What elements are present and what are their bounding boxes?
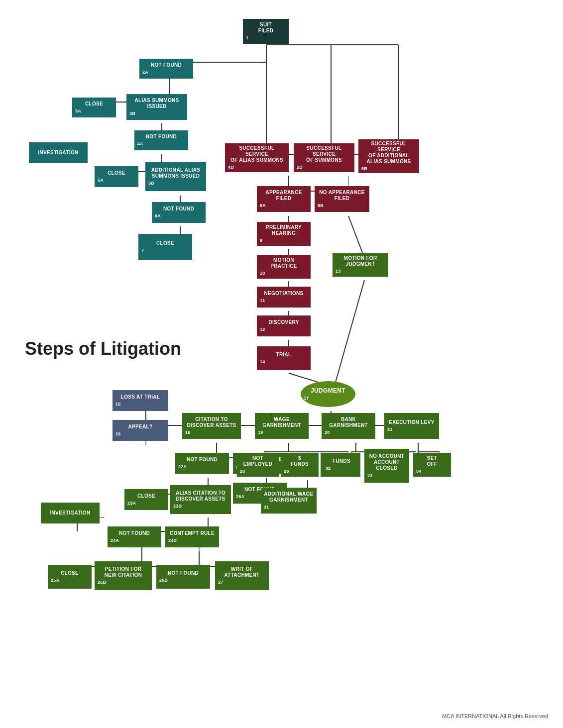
node-label-n3b: ALIAS SUMMONS ISSUED (135, 98, 179, 109)
node-n5a: CLOSE5A (95, 166, 138, 187)
node-num-n5b: 5B (148, 181, 154, 186)
node-n18: CITATION TO DISCOVER ASSETS18 (182, 413, 241, 439)
node-n23b: ALIAS CITATION TO DISCOVER ASSETS23B (170, 485, 231, 514)
node-label-n24b: CONTEMPT RULE (170, 530, 215, 536)
footer: MCA INTERNATIONAL All Rights Reserved (442, 713, 548, 719)
node-label-n24a: NOT FOUND (119, 530, 150, 536)
node-inv1: INVESTIGATION (29, 142, 88, 163)
node-label-n21: EXECUTION LEVY (389, 419, 434, 425)
node-n28: NOT EMPLOYED28 (237, 453, 279, 477)
node-num-n24b: 24B (168, 538, 177, 543)
node-label-n22a: NOT FOUND (187, 457, 218, 463)
node-num-n13: 13 (336, 269, 341, 274)
node-num-n25a: 25A (51, 578, 59, 583)
node-n11: NEGOTIATIONS11 (257, 287, 311, 308)
node-num-n20: 20 (325, 430, 330, 435)
node-n20: BANK GARNISHMENT20 (322, 413, 375, 439)
node-num-n1: 1 (246, 35, 248, 41)
node-n15: LOSS AT TRIAL15 (113, 390, 168, 411)
node-label-n6a: NOT FOUND (163, 206, 194, 212)
node-label-n5a: CLOSE (108, 170, 125, 176)
node-n1: SUIT FILED1 (243, 19, 289, 44)
node-n4a: NOT FOUND4A (134, 130, 188, 150)
node-n6b: SUCCESSFUL SERVICE OF ADDITIONAL ALIAS S… (358, 139, 419, 173)
node-n14: TRIAL14 (257, 346, 311, 370)
node-num-n33: 33 (367, 473, 373, 478)
node-inv2: INVESTIGATION (41, 503, 100, 523)
node-num-n31: 31 (264, 505, 269, 510)
node-num-n23b: 23B (173, 504, 182, 509)
node-label-n31: ADDITIONAL WAGE GARNISHMENT (264, 491, 313, 503)
node-label-n8a: APPEARANCE FILED (265, 190, 302, 202)
node-num-n5a: 5A (98, 178, 104, 183)
node-n10: MOTION PRACTICE10 (257, 255, 311, 279)
node-n12: DISCOVERY12 (257, 315, 311, 336)
node-label-n23b: ALIAS CITATION TO DISCOVER ASSETS (176, 490, 225, 502)
node-label-n15: LOSS AT TRIAL (121, 394, 160, 400)
node-label-n12: DISCOVERY (268, 319, 299, 325)
node-label-n27: WRIT OF ATTACHMENT (225, 566, 260, 578)
node-label-n14: TRIAL (276, 352, 292, 358)
node-n19: WAGE GARNISHMENT19 (255, 413, 309, 439)
node-num-n7: 7 (141, 248, 144, 253)
node-num-n10: 10 (260, 271, 265, 276)
node-n23a: CLOSE23A (124, 489, 168, 510)
node-n17: JUDGMENT17 (301, 381, 355, 407)
node-label-n4a: NOT FOUND (146, 134, 177, 140)
node-num-n17: 17 (304, 396, 309, 401)
node-num-n28: 28 (240, 469, 245, 474)
node-n2b: SUCCESSFUL SERVICE OF SUMMONS2B (294, 143, 354, 172)
node-num-n23a: 23A (127, 501, 136, 506)
node-label-n5b: ADDITIONAL ALIAS SUMMONS ISSUED (151, 167, 201, 179)
node-label-n11: NEGOTIATIONS (264, 291, 304, 297)
node-label-n13: MOTION FOR JUDGMENT (344, 255, 377, 267)
steps-title: Steps of Litigation (25, 338, 181, 359)
node-n31: ADDITIONAL WAGE GARNISHMENT31 (261, 488, 317, 514)
node-label-n28: NOT EMPLOYED (243, 455, 273, 467)
node-num-n4a: 4A (137, 141, 143, 147)
node-num-n21: 21 (387, 427, 393, 432)
node-label-n8b: NO APPEARANCE FILED (319, 190, 364, 202)
node-num-n19: 19 (258, 430, 263, 435)
node-label-n32: FUNDS (333, 458, 350, 464)
node-num-n6a: 6A (155, 213, 161, 219)
svg-line-35 (331, 280, 364, 398)
node-num-n8a: 8A (260, 203, 266, 208)
node-num-n4b: 4B (228, 165, 234, 170)
node-n16: APPEAL?16 (113, 420, 168, 441)
node-num-n34: 34 (416, 469, 422, 474)
node-n3a: CLOSE3A (72, 98, 116, 117)
node-num-n11: 11 (260, 298, 265, 304)
node-n8a: APPEARANCE FILED8A (257, 186, 311, 212)
node-num-n25b: 25B (98, 580, 106, 585)
node-n33: NO ACCOUNT ACCOUNT CLOSED33 (364, 449, 409, 483)
node-num-n2b: 2B (297, 165, 303, 170)
node-num-n2a: 2A (142, 70, 148, 75)
node-n8b: NO APPEARANCE FILED8B (315, 186, 369, 212)
node-num-n29: 29 (284, 469, 289, 474)
node-label-n16: APPEAL? (128, 424, 153, 430)
node-n26b: NOT FOUND26B (156, 565, 210, 589)
node-n24a: NOT FOUND24A (108, 526, 161, 547)
node-label-n18: CITATION TO DISCOVER ASSETS (187, 416, 236, 428)
node-num-n12: 12 (260, 327, 265, 332)
node-n34: SET OFF34 (413, 453, 451, 477)
node-n7: CLOSE7 (138, 234, 192, 260)
node-label-n33: NO ACCOUNT ACCOUNT CLOSED (369, 453, 404, 471)
node-n2a: NOT FOUND2A (139, 59, 193, 79)
node-n4b: SUCCESSFUL SERVICE OF ALIAS SUMMONS4B (225, 143, 289, 172)
node-num-n26b: 26B (159, 578, 168, 583)
node-num-n15: 15 (115, 402, 121, 407)
node-label-n25a: CLOSE (61, 570, 79, 576)
node-num-n18: 18 (185, 430, 191, 435)
node-label-n20: BANK GARNISHMENT (329, 416, 368, 428)
node-num-n16: 16 (115, 431, 121, 437)
node-n25a: CLOSE25A (48, 565, 92, 589)
node-n3b: ALIAS SUMMONS ISSUED3B (126, 94, 187, 120)
node-label-n25b: PETITION FOR NEW CITATION (105, 566, 142, 578)
node-num-n8b: 8B (318, 203, 324, 208)
node-n29: $ FUNDS29 (281, 453, 319, 477)
node-label-n4b: SUCCESSFUL SERVICE OF ALIAS SUMMONS (228, 145, 286, 163)
node-n24b: CONTEMPT RULE24B (165, 526, 219, 547)
node-num-n3a: 3A (75, 108, 81, 114)
